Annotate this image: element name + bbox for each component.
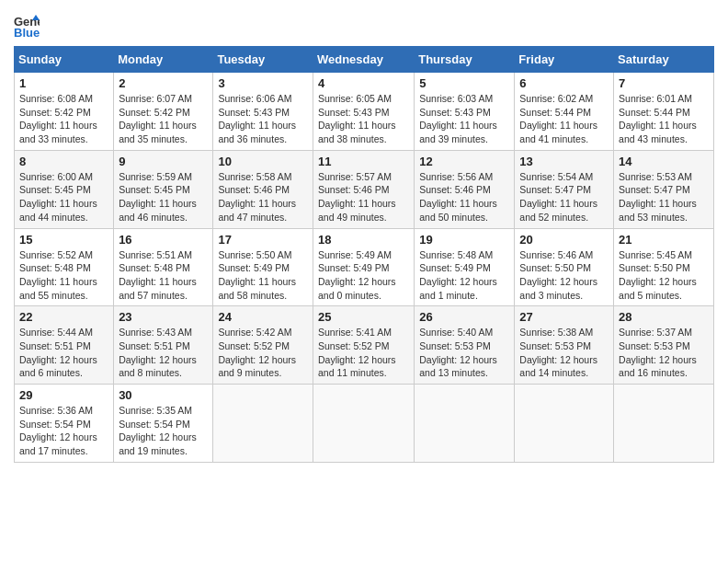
calendar-day-cell: 16Sunrise: 5:51 AMSunset: 5:48 PMDayligh…	[114, 228, 213, 306]
day-number: 20	[519, 233, 609, 247]
day-number: 10	[218, 155, 308, 168]
calendar-day-cell: 10Sunrise: 5:58 AMSunset: 5:46 PMDayligh…	[213, 150, 313, 228]
day-info: Sunrise: 5:35 AMSunset: 5:54 PMDaylight:…	[119, 404, 208, 458]
calendar-day-cell: 11Sunrise: 5:57 AMSunset: 5:46 PMDayligh…	[313, 150, 414, 228]
day-number: 16	[119, 233, 208, 247]
day-info: Sunrise: 5:46 AMSunset: 5:50 PMDaylight:…	[519, 248, 609, 303]
calendar-day-cell: 29Sunrise: 5:36 AMSunset: 5:54 PMDayligh…	[15, 385, 114, 463]
day-info: Sunrise: 5:51 AMSunset: 5:48 PMDaylight:…	[119, 248, 208, 303]
calendar-day-cell: 14Sunrise: 5:53 AMSunset: 5:47 PMDayligh…	[614, 150, 714, 228]
logo: General Blue	[14, 13, 43, 39]
day-info: Sunrise: 6:06 AMSunset: 5:43 PMDaylight:…	[218, 92, 308, 146]
day-info: Sunrise: 6:03 AMSunset: 5:43 PMDaylight:…	[419, 92, 509, 146]
day-info: Sunrise: 5:45 AMSunset: 5:50 PMDaylight:…	[619, 248, 709, 303]
calendar-day-cell: 27Sunrise: 5:38 AMSunset: 5:53 PMDayligh…	[515, 306, 614, 385]
day-info: Sunrise: 5:37 AMSunset: 5:53 PMDaylight:…	[619, 326, 709, 380]
calendar-day-cell: 3Sunrise: 6:06 AMSunset: 5:43 PMDaylight…	[213, 73, 313, 151]
calendar-day-cell: 22Sunrise: 5:44 AMSunset: 5:51 PMDayligh…	[15, 306, 114, 385]
calendar-week-row: 22Sunrise: 5:44 AMSunset: 5:51 PMDayligh…	[15, 306, 714, 385]
day-info: Sunrise: 6:07 AMSunset: 5:42 PMDaylight:…	[119, 92, 208, 146]
day-number: 18	[318, 233, 409, 247]
day-info: Sunrise: 6:02 AMSunset: 5:44 PMDaylight:…	[519, 92, 609, 146]
calendar-day-cell	[415, 385, 515, 463]
calendar-table: SundayMondayTuesdayWednesdayThursdayFrid…	[14, 46, 714, 463]
calendar-week-row: 15Sunrise: 5:52 AMSunset: 5:48 PMDayligh…	[15, 228, 714, 306]
calendar-week-row: 1Sunrise: 6:08 AMSunset: 5:42 PMDaylight…	[15, 73, 714, 151]
calendar-day-cell: 28Sunrise: 5:37 AMSunset: 5:53 PMDayligh…	[614, 306, 714, 385]
day-number: 5	[419, 76, 509, 90]
day-info: Sunrise: 5:59 AMSunset: 5:45 PMDaylight:…	[119, 170, 208, 224]
calendar-day-cell: 25Sunrise: 5:41 AMSunset: 5:52 PMDayligh…	[313, 306, 414, 385]
day-number: 3	[218, 76, 308, 90]
day-info: Sunrise: 5:36 AMSunset: 5:54 PMDaylight:…	[19, 404, 108, 458]
day-info: Sunrise: 5:44 AMSunset: 5:51 PMDaylight:…	[19, 326, 108, 380]
day-number: 24	[218, 310, 308, 324]
calendar-day-cell: 21Sunrise: 5:45 AMSunset: 5:50 PMDayligh…	[614, 228, 714, 306]
calendar-day-cell: 8Sunrise: 6:00 AMSunset: 5:45 PMDaylight…	[15, 150, 114, 228]
weekday-header-cell: Monday	[114, 47, 213, 73]
day-number: 28	[619, 310, 709, 324]
day-info: Sunrise: 6:08 AMSunset: 5:42 PMDaylight:…	[19, 92, 108, 146]
calendar-day-cell: 18Sunrise: 5:49 AMSunset: 5:49 PMDayligh…	[313, 228, 414, 306]
day-info: Sunrise: 5:54 AMSunset: 5:47 PMDaylight:…	[519, 170, 609, 224]
day-number: 2	[119, 76, 208, 90]
calendar-day-cell: 9Sunrise: 5:59 AMSunset: 5:45 PMDaylight…	[114, 150, 213, 228]
weekday-header-cell: Sunday	[15, 47, 114, 73]
day-number: 19	[419, 233, 509, 247]
calendar-day-cell: 17Sunrise: 5:50 AMSunset: 5:49 PMDayligh…	[213, 228, 313, 306]
calendar-day-cell: 20Sunrise: 5:46 AMSunset: 5:50 PMDayligh…	[515, 228, 614, 306]
calendar-day-cell	[614, 385, 714, 463]
calendar-day-cell: 30Sunrise: 5:35 AMSunset: 5:54 PMDayligh…	[114, 385, 213, 463]
day-number: 21	[619, 233, 709, 247]
calendar-day-cell: 6Sunrise: 6:02 AMSunset: 5:44 PMDaylight…	[515, 73, 614, 151]
calendar-day-cell: 26Sunrise: 5:40 AMSunset: 5:53 PMDayligh…	[415, 306, 515, 385]
calendar-day-cell: 13Sunrise: 5:54 AMSunset: 5:47 PMDayligh…	[515, 150, 614, 228]
calendar-week-row: 8Sunrise: 6:00 AMSunset: 5:45 PMDaylight…	[15, 150, 714, 228]
calendar-day-cell: 2Sunrise: 6:07 AMSunset: 5:42 PMDaylight…	[114, 73, 213, 151]
calendar-day-cell: 1Sunrise: 6:08 AMSunset: 5:42 PMDaylight…	[15, 73, 114, 151]
calendar-day-cell: 4Sunrise: 6:05 AMSunset: 5:43 PMDaylight…	[313, 73, 414, 151]
calendar-day-cell	[313, 385, 414, 463]
day-number: 14	[619, 155, 709, 168]
day-number: 13	[519, 155, 609, 168]
calendar-day-cell: 23Sunrise: 5:43 AMSunset: 5:51 PMDayligh…	[114, 306, 213, 385]
calendar-day-cell	[213, 385, 313, 463]
weekday-header-cell: Tuesday	[213, 47, 313, 73]
calendar-week-row: 29Sunrise: 5:36 AMSunset: 5:54 PMDayligh…	[15, 385, 714, 463]
day-number: 12	[419, 155, 509, 168]
day-info: Sunrise: 5:52 AMSunset: 5:48 PMDaylight:…	[19, 248, 108, 303]
calendar-day-cell: 5Sunrise: 6:03 AMSunset: 5:43 PMDaylight…	[415, 73, 515, 151]
weekday-header-cell: Saturday	[614, 47, 714, 73]
day-number: 7	[619, 76, 709, 90]
day-info: Sunrise: 6:01 AMSunset: 5:44 PMDaylight:…	[619, 92, 709, 146]
day-number: 27	[519, 310, 609, 324]
day-info: Sunrise: 5:57 AMSunset: 5:46 PMDaylight:…	[318, 170, 409, 224]
day-number: 11	[318, 155, 409, 168]
day-number: 30	[119, 388, 208, 402]
calendar-day-cell: 15Sunrise: 5:52 AMSunset: 5:48 PMDayligh…	[15, 228, 114, 306]
day-number: 9	[119, 155, 208, 168]
day-number: 8	[19, 155, 108, 168]
day-info: Sunrise: 5:48 AMSunset: 5:49 PMDaylight:…	[419, 248, 509, 303]
day-number: 26	[419, 310, 509, 324]
day-info: Sunrise: 5:53 AMSunset: 5:47 PMDaylight:…	[619, 170, 709, 224]
day-info: Sunrise: 5:43 AMSunset: 5:51 PMDaylight:…	[119, 326, 208, 380]
day-info: Sunrise: 5:38 AMSunset: 5:53 PMDaylight:…	[519, 326, 609, 380]
weekday-header-row: SundayMondayTuesdayWednesdayThursdayFrid…	[15, 47, 714, 73]
page-header: General Blue	[14, 9, 714, 39]
weekday-header-cell: Wednesday	[313, 47, 414, 73]
weekday-header-cell: Thursday	[415, 47, 515, 73]
day-number: 15	[19, 233, 108, 247]
day-info: Sunrise: 5:40 AMSunset: 5:53 PMDaylight:…	[419, 326, 509, 380]
day-info: Sunrise: 6:05 AMSunset: 5:43 PMDaylight:…	[318, 92, 409, 146]
day-info: Sunrise: 6:00 AMSunset: 5:45 PMDaylight:…	[19, 170, 108, 224]
day-number: 4	[318, 76, 409, 90]
day-info: Sunrise: 5:50 AMSunset: 5:49 PMDaylight:…	[218, 248, 308, 303]
day-info: Sunrise: 5:56 AMSunset: 5:46 PMDaylight:…	[419, 170, 509, 224]
calendar-day-cell: 19Sunrise: 5:48 AMSunset: 5:49 PMDayligh…	[415, 228, 515, 306]
day-number: 1	[19, 76, 108, 90]
day-number: 25	[318, 310, 409, 324]
day-info: Sunrise: 5:42 AMSunset: 5:52 PMDaylight:…	[218, 326, 308, 380]
day-info: Sunrise: 5:41 AMSunset: 5:52 PMDaylight:…	[318, 326, 409, 380]
logo-icon: General Blue	[14, 13, 40, 39]
